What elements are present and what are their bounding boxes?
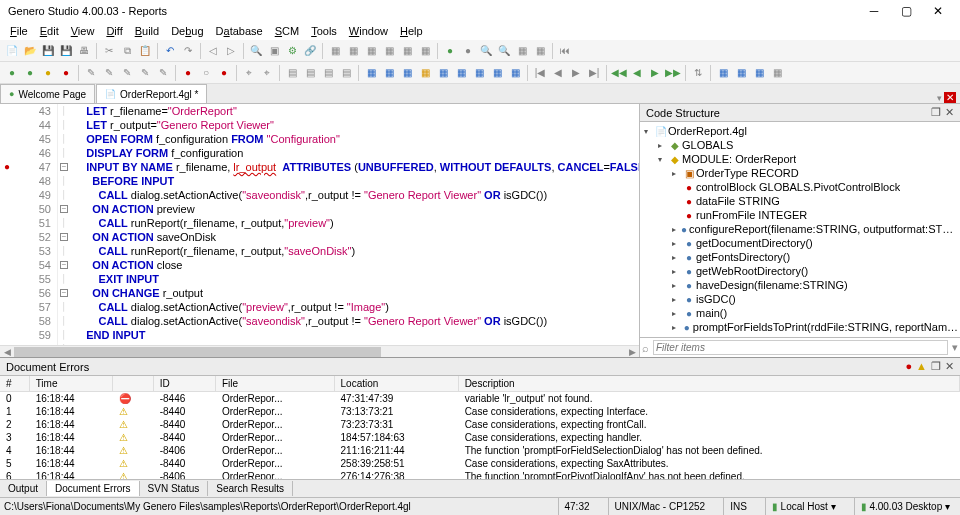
back-icon[interactable]: ◁ (205, 43, 221, 59)
redo-icon[interactable]: ↷ (180, 43, 196, 59)
db2-icon[interactable]: 🔍 (496, 43, 512, 59)
saveall-icon[interactable]: 💾 (58, 43, 74, 59)
db-icon[interactable]: 🔍 (478, 43, 494, 59)
bottom-tab[interactable]: Document Errors (47, 481, 140, 496)
code-structure-tree[interactable]: ▾📄OrderReport.4gl▸◆GLOBALS▾◆MODULE: Orde… (640, 122, 960, 337)
proj5-icon[interactable]: ▦ (399, 43, 415, 59)
menu-view[interactable]: View (65, 25, 101, 37)
run2-icon[interactable]: ● (22, 65, 38, 81)
proj2-icon[interactable]: ▦ (345, 43, 361, 59)
diff-icon[interactable]: ⇅ (690, 65, 706, 81)
error-row[interactable]: 216:18:44⚠-8440OrderRepor...73:23:73:31C… (0, 418, 960, 431)
undo-icon[interactable]: ↶ (162, 43, 178, 59)
cut-icon[interactable]: ✂ (101, 43, 117, 59)
nav-first-icon[interactable]: |◀ (532, 65, 548, 81)
tree-item[interactable]: ▸◆GLOBALS (640, 138, 960, 152)
error-row[interactable]: 416:18:44⚠-8406OrderRepor...211:16:211:4… (0, 444, 960, 457)
nav-next-icon[interactable]: ▶ (568, 65, 584, 81)
menu-debug[interactable]: Debug (165, 25, 209, 37)
forms3-icon[interactable]: ▦ (399, 65, 415, 81)
nav-b-icon[interactable]: ◀ (629, 65, 645, 81)
tgt-icon[interactable]: ⌖ (259, 65, 275, 81)
tree-item[interactable]: ▾◆MODULE: OrderReport (640, 152, 960, 166)
menu-window[interactable]: Window (343, 25, 394, 37)
find-icon[interactable]: 🔍 (248, 43, 264, 59)
panel-close2-icon[interactable]: ✕ (945, 360, 954, 373)
bottom-tab[interactable]: Search Results (208, 481, 293, 496)
close-button[interactable]: ✕ (928, 4, 948, 18)
error-count-icon[interactable]: ● (905, 360, 912, 373)
tab-welcome[interactable]: ● Welcome Page (0, 84, 95, 103)
panel-restore2-icon[interactable]: ❐ (931, 360, 941, 373)
errors-table[interactable]: #TimeIDFileLocationDescription 016:18:44… (0, 376, 960, 479)
scroll-right-icon[interactable]: ▶ (625, 347, 639, 357)
forms2-icon[interactable]: ▦ (381, 65, 397, 81)
menu-build[interactable]: Build (129, 25, 165, 37)
layout3-icon[interactable]: ▦ (751, 65, 767, 81)
save-icon[interactable]: 💾 (40, 43, 56, 59)
wand2-icon[interactable]: ✎ (101, 65, 117, 81)
editor-hscrollbar[interactable]: ◀ ▶ (0, 345, 639, 357)
status-host[interactable]: ▮ Local Host ▾ (765, 498, 842, 515)
tree-item[interactable]: ▸●isGDC() (640, 292, 960, 306)
db3-icon[interactable]: ▦ (514, 43, 530, 59)
nav-d-icon[interactable]: ▶▶ (665, 65, 681, 81)
warn-icon[interactable]: ● (40, 65, 56, 81)
nav-prev-icon[interactable]: ◀ (550, 65, 566, 81)
proj3-icon[interactable]: ▦ (363, 43, 379, 59)
nav-last-icon[interactable]: ▶| (586, 65, 602, 81)
maximize-button[interactable]: ▢ (896, 4, 916, 18)
proj4-icon[interactable]: ▦ (381, 43, 397, 59)
menu-file[interactable]: File (4, 25, 34, 37)
tab-active-file[interactable]: 📄 OrderReport.4gl * (96, 84, 207, 103)
warn-count-icon[interactable]: ▲ (916, 360, 927, 373)
locate-icon[interactable]: ⌖ (241, 65, 257, 81)
layout2-icon[interactable]: ▦ (733, 65, 749, 81)
filter-menu-icon[interactable]: ▾ (952, 341, 958, 354)
forward-icon[interactable]: ▷ (223, 43, 239, 59)
tree-item[interactable]: ▸●promptForFieldsToPrint(rddFile:STRING,… (640, 320, 960, 334)
error-row[interactable]: 616:18:44⚠-8406OrderRepor...276:14:276:3… (0, 470, 960, 479)
menu-edit[interactable]: Edit (34, 25, 65, 37)
wand5-icon[interactable]: ✎ (155, 65, 171, 81)
hier2-icon[interactable]: ▤ (302, 65, 318, 81)
copy-icon[interactable]: ⧉ (119, 43, 135, 59)
tab-close-icon[interactable]: ✕ (944, 92, 956, 103)
proj6-icon[interactable]: ▦ (417, 43, 433, 59)
bp-icon[interactable]: ● (180, 65, 196, 81)
wand-icon[interactable]: ✎ (83, 65, 99, 81)
wand3-icon[interactable]: ✎ (119, 65, 135, 81)
panel-restore-icon[interactable]: ❐ (931, 106, 941, 119)
proj-icon[interactable]: ▦ (327, 43, 343, 59)
ok-icon[interactable]: ● (442, 43, 458, 59)
menu-scm[interactable]: SCM (269, 25, 305, 37)
status-version[interactable]: ▮ 4.00.03 Desktop ▾ (854, 498, 956, 515)
layout-icon[interactable]: ▦ (715, 65, 731, 81)
error-row[interactable]: 116:18:44⚠-8440OrderRepor...73:13:73:21C… (0, 405, 960, 418)
menu-tools[interactable]: Tools (305, 25, 343, 37)
error-row[interactable]: 016:18:44⛔-8446OrderRepor...47:31:47:39v… (0, 392, 960, 406)
bottom-tab[interactable]: SVN Status (140, 481, 209, 496)
tree-item[interactable]: ▸●haveDesign(filename:STRING) (640, 278, 960, 292)
tree-item[interactable]: ▸●configureReport(filename:STRING, outpu… (640, 222, 960, 236)
tree-item[interactable]: ●dataFile STRING (640, 194, 960, 208)
tree-item[interactable]: ●runFromFile INTEGER (640, 208, 960, 222)
compile-icon[interactable]: ⚙ (284, 43, 300, 59)
db4-icon[interactable]: ▦ (532, 43, 548, 59)
bp2-icon[interactable]: ○ (198, 65, 214, 81)
bottom-tab[interactable]: Output (0, 481, 47, 496)
grey-icon[interactable]: ● (460, 43, 476, 59)
tab-list-icon[interactable]: ▾ (937, 93, 942, 103)
stop-run-icon[interactable]: ● (58, 65, 74, 81)
forms4-icon[interactable]: ▦ (417, 65, 433, 81)
forms-icon[interactable]: ▦ (363, 65, 379, 81)
tree-item[interactable]: ▸●getFontsDirectory() (640, 250, 960, 264)
tree-item[interactable]: ▸●main() (640, 306, 960, 320)
subform-icon[interactable]: ▣ (266, 43, 282, 59)
tree-item[interactable]: ▸▣OrderType RECORD (640, 166, 960, 180)
hier-icon[interactable]: ▤ (284, 65, 300, 81)
new-icon[interactable]: 📄 (4, 43, 20, 59)
paste-icon[interactable]: 📋 (137, 43, 153, 59)
forms8-icon[interactable]: ▦ (489, 65, 505, 81)
forms5-icon[interactable]: ▦ (435, 65, 451, 81)
